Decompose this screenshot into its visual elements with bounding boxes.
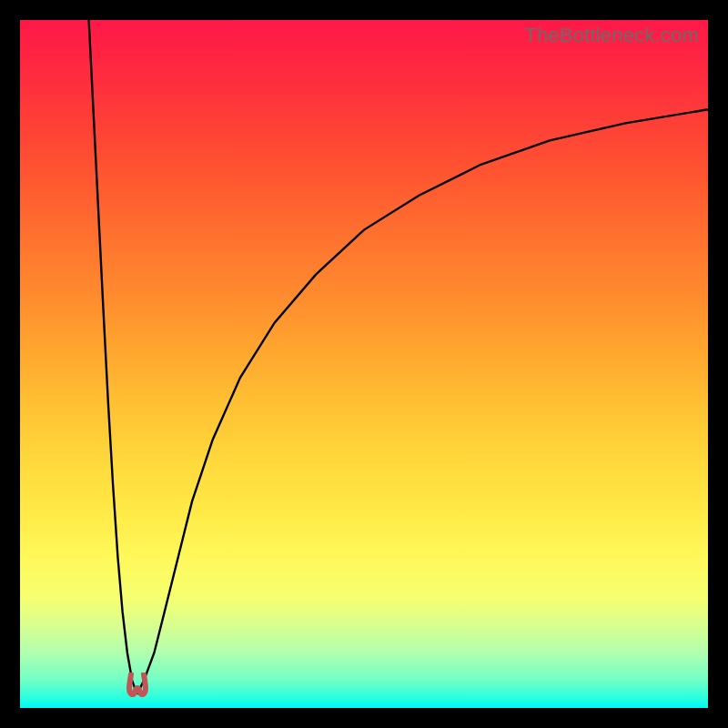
minimum-marker-icon	[126, 672, 149, 698]
plot-area: TheBottleneck.com	[20, 20, 708, 708]
curve-left-branch	[89, 20, 137, 694]
bottleneck-curves	[20, 20, 708, 708]
chart-frame: TheBottleneck.com	[0, 0, 728, 728]
curve-right-branch	[137, 109, 709, 694]
